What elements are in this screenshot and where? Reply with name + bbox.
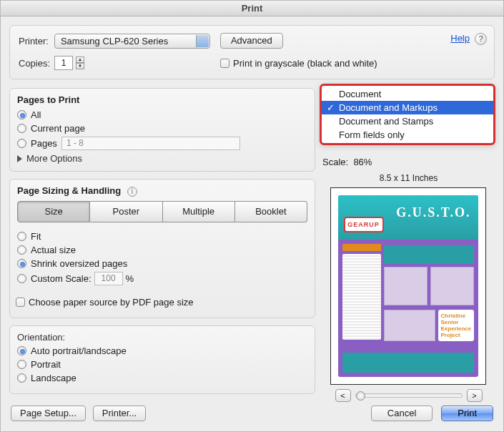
copies-label: Copies:: [19, 58, 50, 69]
page-setup-button[interactable]: Page Setup...: [11, 406, 86, 421]
sizing-title: Page Sizing & Handling: [17, 185, 121, 196]
help-icon[interactable]: ?: [475, 33, 487, 45]
custom-scale-input[interactable]: 100: [94, 272, 123, 285]
menu-item-document-stamps[interactable]: Document and Stamps: [322, 114, 493, 128]
preview-thumbnail: G.U.S.T.O. GEARUP Christine Senior Exper…: [330, 187, 486, 385]
comments-forms-menu[interactable]: Document ✓Document and Markups Document …: [320, 84, 495, 145]
checkmark-icon: ✓: [327, 102, 335, 113]
radio-custom-scale-label: Custom Scale:: [31, 273, 92, 284]
pages-range-input[interactable]: 1 - 8: [61, 137, 240, 150]
radio-auto-orient[interactable]: [17, 346, 26, 355]
scale-value: 86%: [353, 157, 372, 167]
tab-booklet[interactable]: Booklet: [235, 201, 307, 222]
print-button[interactable]: Print: [441, 406, 493, 421]
help-link[interactable]: Help: [450, 33, 470, 44]
radio-portrait[interactable]: [17, 360, 26, 369]
menu-item-document[interactable]: Document: [322, 87, 493, 101]
radio-landscape[interactable]: [17, 373, 26, 383]
doc-title-gusto: G.U.S.T.O.: [396, 205, 470, 220]
radio-current[interactable]: [17, 124, 26, 133]
top-panel: Help ? Printer: Samsung CLP-620 Series A…: [9, 25, 495, 79]
radio-all[interactable]: [17, 110, 26, 119]
printer-value: Samsung CLP-620 Series: [61, 36, 168, 46]
menu-item-document-markups-label: Document and Markups: [339, 102, 438, 113]
radio-fit[interactable]: [17, 232, 26, 241]
radio-pages[interactable]: [17, 139, 26, 148]
cancel-button[interactable]: Cancel: [371, 406, 433, 421]
copies-input[interactable]: 1: [54, 56, 73, 70]
advanced-button[interactable]: Advanced: [220, 33, 283, 49]
printer-label: Printer:: [19, 36, 49, 46]
printer-select[interactable]: Samsung CLP-620 Series: [54, 34, 210, 49]
orientation-group: Orientation: Auto portrait/landscape Por…: [9, 325, 315, 394]
more-options-label: More Options: [26, 153, 82, 164]
radio-custom-scale[interactable]: [17, 274, 26, 283]
radio-actual-label: Actual size: [31, 245, 76, 255]
radio-shrink[interactable]: [17, 259, 26, 268]
paper-size-label: 8.5 x 11 Inches: [322, 173, 495, 183]
paper-source-checkbox[interactable]: [16, 298, 25, 307]
more-options-toggle[interactable]: More Options: [17, 153, 307, 164]
grayscale-checkbox[interactable]: [220, 59, 229, 68]
radio-landscape-label: Landscape: [31, 373, 76, 383]
radio-auto-orient-label: Auto portrait/landscape: [31, 345, 127, 356]
scale-label: Scale:: [322, 157, 348, 167]
tab-size[interactable]: Size: [17, 201, 90, 222]
window-title: Print: [1, 1, 503, 16]
radio-fit-label: Fit: [31, 231, 41, 242]
orientation-title: Orientation:: [17, 332, 307, 343]
preview-column: Document ✓Document and Markups Document …: [322, 88, 495, 415]
page-slider[interactable]: [355, 393, 463, 398]
radio-actual[interactable]: [17, 245, 26, 255]
info-icon[interactable]: i: [127, 187, 137, 197]
radio-all-label: All: [31, 109, 41, 120]
pct-label: %: [126, 273, 134, 284]
pages-to-print-title: Pages to Print: [17, 94, 307, 105]
doc-logo-gearup: GEARUP: [344, 217, 384, 232]
menu-item-document-markups[interactable]: ✓Document and Markups: [322, 101, 493, 114]
copies-stepper[interactable]: ▲▼: [76, 57, 84, 69]
menu-item-form-fields[interactable]: Form fields only: [322, 128, 493, 142]
pages-to-print-group: Pages to Print All Current page Pages 1 …: [9, 88, 315, 172]
doc-sidebar-title: Christine Senior Experience Project: [441, 313, 471, 338]
radio-pages-label: Pages: [31, 138, 57, 149]
disclosure-triangle-icon: [17, 155, 22, 162]
tab-poster[interactable]: Poster: [90, 201, 162, 222]
dialog-footer: Page Setup... Printer... Cancel Print: [1, 398, 503, 431]
paper-source-label: Choose paper source by PDF page size: [29, 297, 194, 308]
radio-current-label: Current page: [31, 123, 85, 134]
tab-multiple[interactable]: Multiple: [163, 201, 235, 222]
grayscale-label: Print in grayscale (black and white): [233, 58, 377, 69]
printer-button[interactable]: Printer...: [93, 406, 146, 421]
radio-portrait-label: Portrait: [31, 359, 61, 370]
radio-shrink-label: Shrink oversized pages: [31, 258, 127, 269]
sizing-group: Page Sizing & Handling i Size Poster Mul…: [9, 179, 315, 318]
